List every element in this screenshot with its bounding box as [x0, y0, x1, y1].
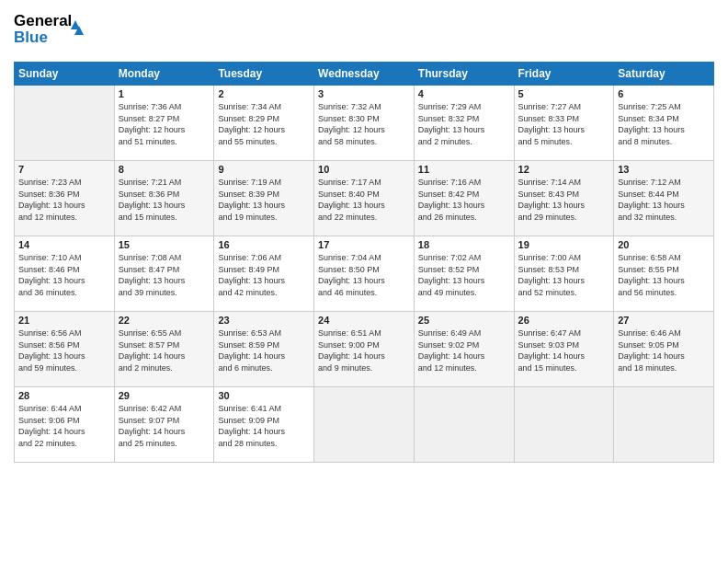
day-info: Sunrise: 7:27 AMSunset: 8:33 PMDaylight:…	[518, 101, 610, 147]
calendar-cell: 11Sunrise: 7:16 AMSunset: 8:42 PMDayligh…	[414, 161, 514, 236]
day-info: Sunrise: 7:00 AMSunset: 8:53 PMDaylight:…	[518, 252, 610, 298]
day-info: Sunrise: 6:47 AMSunset: 9:03 PMDaylight:…	[518, 327, 610, 373]
calendar-week-4: 28Sunrise: 6:44 AMSunset: 9:06 PMDayligh…	[15, 387, 714, 463]
day-number: 11	[418, 164, 510, 175]
logo-text: General Blue	[14, 9, 97, 54]
calendar-cell: 28Sunrise: 6:44 AMSunset: 9:06 PMDayligh…	[15, 387, 115, 463]
col-sunday: Sunday	[15, 63, 115, 86]
day-number: 4	[418, 88, 510, 99]
header: General Blue	[14, 9, 714, 54]
day-number: 20	[618, 239, 710, 250]
day-number: 27	[618, 315, 710, 326]
calendar-cell: 12Sunrise: 7:14 AMSunset: 8:43 PMDayligh…	[514, 161, 614, 236]
svg-text:General: General	[14, 12, 72, 29]
day-info: Sunrise: 7:04 AMSunset: 8:50 PMDaylight:…	[318, 252, 410, 298]
calendar-cell	[514, 387, 614, 463]
page: General Blue Sunday Monday Tuesday Wedne…	[0, 0, 728, 563]
day-number: 10	[318, 164, 410, 175]
calendar-table: Sunday Monday Tuesday Wednesday Thursday…	[14, 62, 714, 463]
day-number: 15	[119, 239, 210, 250]
calendar-cell	[614, 387, 714, 463]
day-info: Sunrise: 7:32 AMSunset: 8:30 PMDaylight:…	[318, 101, 410, 147]
day-info: Sunrise: 7:17 AMSunset: 8:40 PMDaylight:…	[318, 177, 410, 223]
col-tuesday: Tuesday	[214, 63, 314, 86]
col-monday: Monday	[114, 63, 214, 86]
day-info: Sunrise: 7:34 AMSunset: 8:29 PMDaylight:…	[218, 101, 310, 147]
header-row: Sunday Monday Tuesday Wednesday Thursday…	[15, 63, 714, 86]
calendar-cell: 3Sunrise: 7:32 AMSunset: 8:30 PMDaylight…	[314, 86, 415, 161]
day-info: Sunrise: 7:19 AMSunset: 8:39 PMDaylight:…	[218, 177, 310, 223]
day-info: Sunrise: 7:06 AMSunset: 8:49 PMDaylight:…	[218, 252, 310, 298]
day-number: 23	[218, 315, 310, 326]
day-info: Sunrise: 7:12 AMSunset: 8:44 PMDaylight:…	[618, 177, 710, 223]
col-saturday: Saturday	[614, 63, 714, 86]
day-info: Sunrise: 7:36 AMSunset: 8:27 PMDaylight:…	[119, 101, 210, 147]
day-info: Sunrise: 6:53 AMSunset: 8:59 PMDaylight:…	[218, 327, 310, 373]
day-info: Sunrise: 7:21 AMSunset: 8:36 PMDaylight:…	[119, 177, 210, 223]
calendar-cell: 14Sunrise: 7:10 AMSunset: 8:46 PMDayligh…	[15, 236, 115, 312]
calendar-cell: 23Sunrise: 6:53 AMSunset: 8:59 PMDayligh…	[214, 312, 314, 387]
day-number: 26	[518, 315, 610, 326]
day-number: 8	[119, 164, 210, 175]
day-info: Sunrise: 7:08 AMSunset: 8:47 PMDaylight:…	[119, 252, 210, 298]
day-number: 3	[318, 88, 410, 99]
day-info: Sunrise: 6:44 AMSunset: 9:06 PMDaylight:…	[18, 403, 110, 449]
day-number: 29	[119, 390, 210, 401]
calendar-cell: 19Sunrise: 7:00 AMSunset: 8:53 PMDayligh…	[514, 236, 614, 312]
day-number: 30	[218, 390, 310, 401]
calendar-cell: 10Sunrise: 7:17 AMSunset: 8:40 PMDayligh…	[314, 161, 415, 236]
day-number: 13	[618, 164, 710, 175]
day-number: 12	[518, 164, 610, 175]
col-thursday: Thursday	[414, 63, 514, 86]
calendar-cell: 29Sunrise: 6:42 AMSunset: 9:07 PMDayligh…	[114, 387, 214, 463]
day-number: 17	[318, 239, 410, 250]
calendar-cell: 2Sunrise: 7:34 AMSunset: 8:29 PMDaylight…	[214, 86, 314, 161]
day-info: Sunrise: 7:16 AMSunset: 8:42 PMDaylight:…	[418, 177, 510, 223]
calendar-cell: 26Sunrise: 6:47 AMSunset: 9:03 PMDayligh…	[514, 312, 614, 387]
day-number: 28	[18, 390, 110, 401]
calendar-cell: 16Sunrise: 7:06 AMSunset: 8:49 PMDayligh…	[214, 236, 314, 312]
day-info: Sunrise: 6:55 AMSunset: 8:57 PMDaylight:…	[119, 327, 210, 373]
calendar-cell: 4Sunrise: 7:29 AMSunset: 8:32 PMDaylight…	[414, 86, 514, 161]
col-wednesday: Wednesday	[314, 63, 415, 86]
calendar-cell: 30Sunrise: 6:41 AMSunset: 9:09 PMDayligh…	[214, 387, 314, 463]
svg-text:Blue: Blue	[14, 29, 48, 46]
calendar-cell: 22Sunrise: 6:55 AMSunset: 8:57 PMDayligh…	[114, 312, 214, 387]
day-info: Sunrise: 7:25 AMSunset: 8:34 PMDaylight:…	[618, 101, 710, 147]
calendar-cell	[414, 387, 514, 463]
day-info: Sunrise: 7:14 AMSunset: 8:43 PMDaylight:…	[518, 177, 610, 223]
calendar-cell: 20Sunrise: 6:58 AMSunset: 8:55 PMDayligh…	[614, 236, 714, 312]
day-info: Sunrise: 7:10 AMSunset: 8:46 PMDaylight:…	[18, 252, 110, 298]
calendar-cell	[15, 86, 115, 161]
calendar-cell: 5Sunrise: 7:27 AMSunset: 8:33 PMDaylight…	[514, 86, 614, 161]
calendar-cell: 7Sunrise: 7:23 AMSunset: 8:36 PMDaylight…	[15, 161, 115, 236]
calendar-cell: 27Sunrise: 6:46 AMSunset: 9:05 PMDayligh…	[614, 312, 714, 387]
day-number: 24	[318, 315, 410, 326]
day-number: 6	[618, 88, 710, 99]
calendar-cell: 25Sunrise: 6:49 AMSunset: 9:02 PMDayligh…	[414, 312, 514, 387]
day-info: Sunrise: 6:41 AMSunset: 9:09 PMDaylight:…	[218, 403, 310, 449]
day-info: Sunrise: 6:51 AMSunset: 9:00 PMDaylight:…	[318, 327, 410, 373]
calendar-cell: 6Sunrise: 7:25 AMSunset: 8:34 PMDaylight…	[614, 86, 714, 161]
day-info: Sunrise: 7:23 AMSunset: 8:36 PMDaylight:…	[18, 177, 110, 223]
calendar-cell: 15Sunrise: 7:08 AMSunset: 8:47 PMDayligh…	[114, 236, 214, 312]
calendar-week-0: 1Sunrise: 7:36 AMSunset: 8:27 PMDaylight…	[15, 86, 714, 161]
calendar-cell: 1Sunrise: 7:36 AMSunset: 8:27 PMDaylight…	[114, 86, 214, 161]
calendar-cell	[314, 387, 415, 463]
day-number: 2	[218, 88, 310, 99]
calendar-week-1: 7Sunrise: 7:23 AMSunset: 8:36 PMDaylight…	[15, 161, 714, 236]
day-number: 21	[18, 315, 110, 326]
calendar-cell: 24Sunrise: 6:51 AMSunset: 9:00 PMDayligh…	[314, 312, 415, 387]
calendar-week-3: 21Sunrise: 6:56 AMSunset: 8:56 PMDayligh…	[15, 312, 714, 387]
calendar-cell: 8Sunrise: 7:21 AMSunset: 8:36 PMDaylight…	[114, 161, 214, 236]
day-number: 14	[18, 239, 110, 250]
calendar-week-2: 14Sunrise: 7:10 AMSunset: 8:46 PMDayligh…	[15, 236, 714, 312]
day-info: Sunrise: 6:49 AMSunset: 9:02 PMDaylight:…	[418, 327, 510, 373]
calendar-cell: 13Sunrise: 7:12 AMSunset: 8:44 PMDayligh…	[614, 161, 714, 236]
day-number: 5	[518, 88, 610, 99]
day-number: 1	[119, 88, 210, 99]
calendar-cell: 21Sunrise: 6:56 AMSunset: 8:56 PMDayligh…	[15, 312, 115, 387]
day-number: 9	[218, 164, 310, 175]
day-number: 25	[418, 315, 510, 326]
calendar-cell: 9Sunrise: 7:19 AMSunset: 8:39 PMDaylight…	[214, 161, 314, 236]
